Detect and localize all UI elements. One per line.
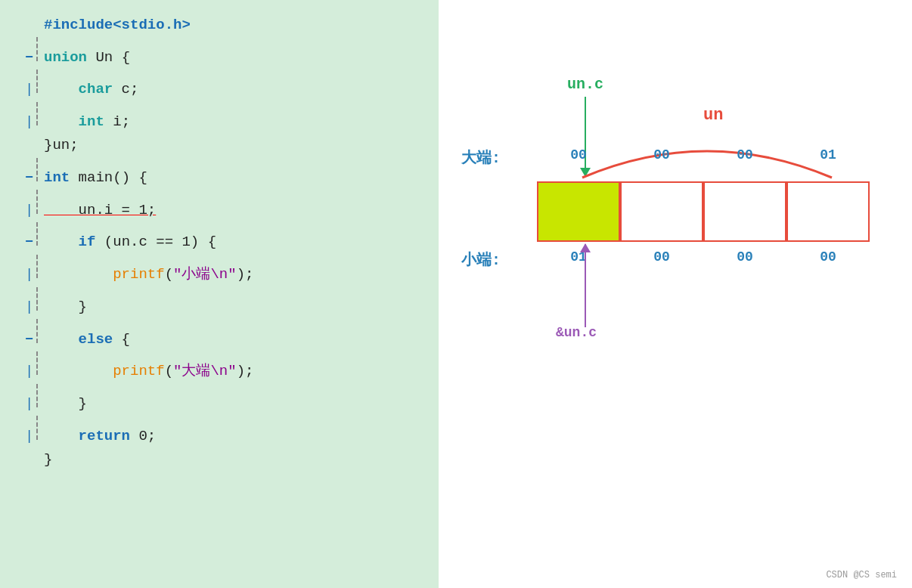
code-text: un.i = 1; <box>44 199 423 222</box>
ampunc-label: &un.c <box>556 325 597 340</box>
line-gutter: − <box>15 329 36 351</box>
code-text: } <box>44 392 423 416</box>
label-above-item: 01 <box>786 147 870 162</box>
label-below-item: 00 <box>703 249 786 265</box>
code-text: char c; <box>44 78 423 101</box>
code-text: } <box>44 448 423 472</box>
labels-above: 00000001 <box>537 147 870 162</box>
line-gutter: | <box>15 79 36 101</box>
label-below-item: 00 <box>620 249 703 265</box>
code-text: else { <box>44 328 423 351</box>
code-line: | int i; <box>15 102 423 135</box>
line-gutter: | <box>15 361 36 383</box>
dash-line <box>36 384 41 407</box>
dash-line <box>36 416 41 439</box>
duan-top-label: 大端: <box>461 147 501 168</box>
watermark: CSDN @CS semi <box>826 570 897 580</box>
code-line: }un; <box>15 134 423 157</box>
line-gutter: | <box>15 296 36 319</box>
label-above-item: 00 <box>620 147 703 162</box>
label-below-item: 00 <box>786 249 870 265</box>
line-gutter: | <box>15 393 36 416</box>
code-panel: #include<stdio.h>−union Un {| char c;| i… <box>0 0 439 588</box>
code-line: | } <box>15 287 423 320</box>
code-text: int main() { <box>44 166 423 190</box>
code-line: | char c; <box>15 70 423 102</box>
dash-line <box>36 351 41 375</box>
line-gutter: | <box>15 264 36 286</box>
code-line: | printf("小端\n"); <box>15 255 423 287</box>
label-above-item: 00 <box>703 147 786 162</box>
dash-line <box>36 287 41 311</box>
memory-boxes <box>537 181 870 242</box>
code-line: | return 0; <box>15 416 423 448</box>
arrow-ampunc-up <box>585 244 586 327</box>
line-gutter: | <box>15 111 36 134</box>
line-gutter: − <box>15 231 36 254</box>
code-text: int i; <box>44 110 423 134</box>
label-below-item: 01 <box>537 249 620 265</box>
code-line: − else { <box>15 319 423 351</box>
memory-box <box>703 181 786 242</box>
code-line: | un.i = 1; <box>15 190 423 222</box>
dash-line <box>36 255 41 278</box>
code-line: } <box>15 448 423 472</box>
code-text: union Un { <box>44 46 423 70</box>
code-text: return 0; <box>44 425 423 448</box>
code-line: #include<stdio.h> <box>15 14 423 37</box>
line-gutter: | <box>15 200 36 222</box>
dash-line <box>36 70 41 93</box>
code-line: | printf("大端\n"); <box>15 351 423 384</box>
memory-box <box>537 181 620 242</box>
dash-line <box>36 222 41 246</box>
dash-line <box>36 319 41 342</box>
dash-line <box>36 190 41 213</box>
line-gutter: | <box>15 426 36 448</box>
code-text: }un; <box>44 134 423 157</box>
code-text: printf("大端\n"); <box>44 360 423 383</box>
code-line: −int main() { <box>15 158 423 190</box>
line-gutter: − <box>15 167 36 190</box>
code-text: if (un.c == 1) { <box>44 231 423 254</box>
diagram-panel: un.c un 大端: 00000001 01000000 小端: &un.c … <box>439 0 912 588</box>
code-line: −union Un { <box>15 37 423 70</box>
code-text: #include<stdio.h> <box>44 14 423 37</box>
code-line: − if (un.c == 1) { <box>15 222 423 255</box>
dash-line <box>36 37 41 60</box>
dash-line <box>36 102 41 125</box>
line-gutter: − <box>15 47 36 70</box>
dash-line <box>36 158 41 181</box>
memory-box <box>620 181 703 242</box>
label-above-item: 00 <box>537 147 620 162</box>
duan-bottom-label: 小端: <box>461 249 501 270</box>
unc-label: un.c <box>567 76 603 93</box>
memory-box <box>786 181 870 242</box>
code-text: } <box>44 296 423 319</box>
code-text: printf("小端\n"); <box>44 263 423 286</box>
code-line: | } <box>15 384 423 416</box>
